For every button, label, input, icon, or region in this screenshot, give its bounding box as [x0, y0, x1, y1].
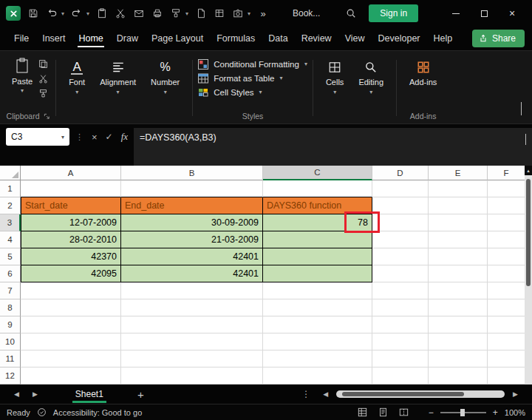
cell-E2[interactable] — [429, 197, 488, 214]
tab-formulas[interactable]: Formulas — [210, 27, 262, 50]
accessibility-icon[interactable] — [37, 407, 47, 417]
zoom-out-button[interactable]: − — [429, 407, 434, 418]
insert-function-icon[interactable]: fx — [121, 131, 128, 143]
cell-F7[interactable] — [488, 282, 525, 299]
row-header-9[interactable]: 9 — [0, 316, 21, 333]
cell-E3[interactable] — [429, 214, 488, 231]
column-header-C[interactable]: C — [263, 166, 372, 180]
cell-C2[interactable]: DAYS360 function — [263, 197, 372, 214]
cell-D10[interactable] — [372, 333, 429, 350]
cell-D7[interactable] — [372, 282, 429, 299]
tab-review[interactable]: Review — [295, 27, 338, 50]
cell-E9[interactable] — [429, 316, 488, 333]
cell-C10[interactable] — [263, 333, 372, 350]
cell-D8[interactable] — [372, 299, 429, 316]
cell-D6[interactable] — [372, 265, 429, 282]
cell-F1[interactable] — [488, 180, 525, 197]
cell-E4[interactable] — [429, 231, 488, 248]
cell-D9[interactable] — [372, 316, 429, 333]
zoom-in-button[interactable]: + — [493, 407, 498, 418]
page-break-view-icon[interactable] — [399, 407, 409, 417]
cell-D4[interactable] — [372, 231, 429, 248]
cell-styles-button[interactable]: Cell Styles ▾ — [198, 87, 307, 98]
tab-page-layout[interactable]: Page Layout — [145, 27, 210, 50]
cell-F2[interactable] — [488, 197, 525, 214]
cell-B5[interactable]: 42401 — [121, 248, 263, 265]
cell-C7[interactable] — [263, 282, 372, 299]
cells-group-button[interactable]: Cells ▾ — [318, 54, 351, 123]
font-group-button[interactable]: A Font ▾ — [61, 54, 92, 123]
row-header-11[interactable]: 11 — [0, 350, 21, 368]
row-header-1[interactable]: 1 — [0, 180, 21, 197]
cell-A8[interactable] — [21, 299, 121, 316]
formula-input[interactable]: =DAYS360(A3,B3) — [134, 128, 532, 166]
cell-F4[interactable] — [488, 231, 525, 248]
row-header-6[interactable]: 6 — [0, 265, 21, 282]
cut-icon[interactable] — [115, 7, 126, 19]
format-painter-icon[interactable] — [38, 88, 50, 98]
redo-icon[interactable] — [71, 7, 83, 19]
cell-C6[interactable] — [263, 265, 372, 282]
cell-E6[interactable] — [429, 265, 488, 282]
zoom-slider[interactable] — [440, 412, 486, 413]
table-icon[interactable] — [214, 7, 225, 19]
hscroll-right-icon[interactable]: ▶ — [506, 390, 525, 398]
cut-icon[interactable] — [38, 73, 50, 84]
sheet-nav-right-icon[interactable]: ▶ — [26, 390, 44, 398]
cell-B8[interactable] — [121, 299, 263, 316]
cell-D11[interactable] — [372, 350, 429, 368]
cell-A3[interactable]: 12-07-2009 — [21, 214, 121, 231]
cell-A12[interactable] — [21, 368, 121, 385]
cell-F11[interactable] — [488, 350, 525, 368]
cell-E5[interactable] — [429, 248, 488, 265]
cell-F12[interactable] — [488, 368, 525, 385]
horizontal-scrollbar[interactable] — [336, 390, 505, 398]
new-document-icon[interactable] — [195, 7, 207, 19]
cell-B7[interactable] — [121, 282, 263, 299]
sign-in-button[interactable]: Sign in — [369, 4, 418, 22]
cell-B2[interactable]: End_date — [121, 197, 263, 214]
cell-C9[interactable] — [263, 316, 372, 333]
row-header-3[interactable]: 3 — [0, 214, 21, 231]
zoom-level[interactable]: 100% — [505, 408, 525, 417]
row-header-12[interactable]: 12 — [0, 368, 21, 385]
chevron-down-icon[interactable]: ▾ — [61, 10, 64, 17]
clipboard-icon[interactable] — [96, 7, 108, 19]
cell-B3[interactable]: 30-09-2009 — [121, 214, 263, 231]
vertical-scroll-track[interactable] — [525, 175, 532, 385]
paste-button[interactable]: Paste ▾ — [6, 54, 38, 94]
cell-A1[interactable] — [21, 180, 121, 197]
cell-C8[interactable] — [263, 299, 372, 316]
cell-D5[interactable] — [372, 248, 429, 265]
cell-A9[interactable] — [21, 316, 121, 333]
editing-group-button[interactable]: Editing ▾ — [351, 54, 391, 123]
name-box[interactable]: C3 ▾ — [6, 128, 69, 146]
tab-data[interactable]: Data — [262, 27, 294, 50]
accessibility-status[interactable]: Accessibility: Good to go — [53, 408, 142, 417]
sheet-nav-left-icon[interactable]: ◀ — [7, 390, 26, 398]
expand-formula-bar-icon[interactable] — [525, 135, 526, 145]
clipboard-dialog-launcher-icon[interactable] — [44, 113, 50, 120]
cell-C12[interactable] — [263, 368, 372, 385]
cell-D1[interactable] — [372, 180, 429, 197]
cell-A4[interactable]: 28-02-2010 — [21, 231, 121, 248]
cell-B4[interactable]: 21-03-2009 — [121, 231, 263, 248]
horizontal-scroll-thumb[interactable] — [342, 392, 464, 396]
column-header-B[interactable]: B — [121, 166, 263, 180]
more-commands-icon[interactable]: » — [257, 7, 269, 19]
cell-F8[interactable] — [488, 299, 525, 316]
page-layout-view-icon[interactable] — [378, 407, 388, 417]
column-header-D[interactable]: D — [372, 166, 429, 180]
cell-A6[interactable]: 42095 — [21, 265, 121, 282]
cell-E7[interactable] — [429, 282, 488, 299]
cell-B9[interactable] — [121, 316, 263, 333]
search-icon[interactable] — [345, 7, 357, 19]
format-as-table-button[interactable]: Format as Table ▾ — [198, 73, 307, 84]
cell-E10[interactable] — [429, 333, 488, 350]
cell-C1[interactable] — [263, 180, 372, 197]
print-icon[interactable] — [151, 7, 163, 19]
tab-insert[interactable]: Insert — [35, 27, 72, 50]
alignment-group-button[interactable]: Alignment ▾ — [92, 54, 143, 123]
chevron-down-icon[interactable]: ▾ — [185, 10, 188, 17]
cell-F9[interactable] — [488, 316, 525, 333]
